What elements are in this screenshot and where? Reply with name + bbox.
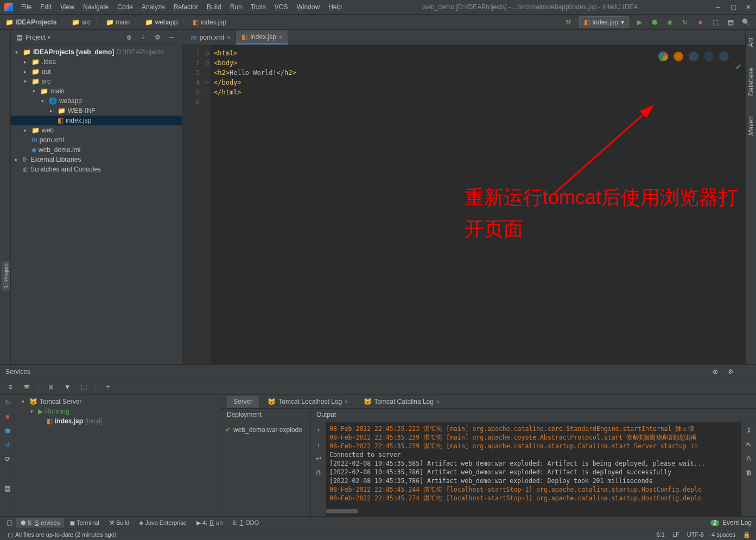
search-everywhere-button[interactable]: 🔍 [741, 17, 751, 27]
out-scroll-top-icon[interactable]: ⇱ [744, 440, 754, 449]
hide-panel-icon[interactable]: ─ [167, 33, 176, 42]
toolwindows-icon[interactable]: ▢ [4, 518, 14, 528]
tab-pom.xml[interactable]: m pom.xml × [186, 30, 236, 45]
out-print-icon[interactable]: ⎙ [314, 468, 323, 478]
svc-group-icon[interactable]: ⊞ [46, 382, 56, 392]
services-tree[interactable]: ▾🐱 Tomcat Server▾▶ Running◧ index.jsp [l… [15, 395, 221, 516]
run-button[interactable]: ▶ [634, 17, 644, 27]
menu-code[interactable]: Code [113, 2, 137, 12]
tool-maven-tab[interactable]: Maven [746, 114, 756, 138]
bottombar-6-todo[interactable]: 6: TODO [228, 518, 263, 528]
project-title[interactable]: Project ▾ [26, 34, 50, 41]
status-UTF8[interactable]: UTF-8 [687, 531, 704, 538]
services-gear-icon[interactable]: ⚙ [726, 367, 735, 377]
crumb-IDEAProjects[interactable]: 📁 IDEAProjects [5, 18, 56, 26]
bottombar-java-enterprise[interactable]: ◈ Java Enterprise [135, 518, 190, 528]
tool-database-tab[interactable]: Database [746, 66, 756, 98]
menu-window[interactable]: Window [293, 2, 323, 12]
chrome-icon[interactable] [658, 52, 668, 61]
tree-item-web[interactable]: ▸📁 web [11, 125, 182, 135]
svc-reload-icon[interactable]: ⟳ [3, 454, 12, 464]
breadcrumb[interactable]: 📁 IDEAProjects〉📁 src〉📁 main〉📁 webapp〉◧ i… [5, 17, 226, 27]
menu-view[interactable]: View [56, 2, 78, 12]
menu-navigate[interactable]: Navigate [79, 2, 112, 12]
tool-ant-tab[interactable]: Ant [746, 35, 756, 49]
run-config-selector[interactable]: ◧ index.jsp ▾ [579, 16, 629, 28]
crumb-webapp[interactable]: 📁 webapp [145, 18, 177, 26]
menu-vcs[interactable]: VCS [271, 2, 292, 12]
tree-item-index-jsp[interactable]: ◧ index.jsp [11, 116, 182, 125]
status-LF[interactable]: LF [672, 531, 679, 538]
menu-help[interactable]: Help [325, 2, 346, 12]
tree-item-ideaprojects-web_demo-[interactable]: ▾📁 IDEAProjects [web_demo] D:\IDEAProjec… [11, 47, 182, 57]
svc-filter-icon[interactable]: ▼ [62, 382, 72, 392]
out-clear-icon[interactable]: 🗑 [744, 468, 754, 478]
firefox-icon[interactable] [674, 52, 683, 61]
bottombar-build[interactable]: ⚒ Build [105, 518, 134, 528]
tree-item-running[interactable]: ▾▶ Running [17, 406, 219, 416]
status-4spaces[interactable]: 4 spaces [711, 531, 735, 538]
services-hide-icon[interactable]: ─ [741, 367, 751, 377]
tree-item-out[interactable]: ▸📁 out [11, 67, 182, 77]
maximize-button[interactable]: ▢ [730, 4, 736, 10]
tree-item-webapp[interactable]: ▾🌐 webapp [11, 96, 182, 106]
tree-item-src[interactable]: ▾📁 src [11, 77, 182, 86]
deployment-item[interactable]: ✔ web_demo:war explode [224, 424, 308, 435]
ie-icon[interactable] [704, 52, 714, 61]
tree-item-scratches-and-consoles[interactable]: ◐ Scratches and Consoles [11, 164, 182, 174]
debug-button[interactable]: ⬢ [650, 17, 659, 27]
svc-refresh-icon[interactable]: ↺ [3, 440, 12, 450]
tree-item-main[interactable]: ▾📁 main [11, 86, 182, 96]
svc-tab-server[interactable]: Server [227, 396, 259, 408]
svc-layout-icon[interactable]: ▤ [3, 484, 12, 493]
minimize-button[interactable]: ─ [715, 4, 721, 10]
tree-item-index-jsp[interactable]: ◧ index.jsp [local] [17, 416, 219, 426]
tree-item-external-libraries[interactable]: ▸⊪ External Libraries [11, 155, 182, 164]
svc-view-icon[interactable]: ⬚ [79, 382, 88, 392]
svc-stop-icon[interactable]: ■ [3, 412, 12, 422]
menu-refactor[interactable]: Refactor [170, 2, 202, 12]
menu-build[interactable]: Build [203, 2, 225, 12]
menu-tools[interactable]: Tools [247, 2, 270, 12]
menu-file[interactable]: File [17, 2, 35, 12]
edge-icon[interactable] [719, 52, 729, 61]
svc-tab-tomcat-catalina-log[interactable]: 🐱 Tomcat Catalina Log × [357, 396, 447, 408]
bottombar-8-services[interactable]: ⬢ 8: Services [16, 518, 64, 528]
tree-item--idea[interactable]: ▸📁 .idea [11, 57, 182, 67]
svc-expand-icon[interactable]: ≡ [5, 382, 15, 392]
svc-tab-tomcat-localhost-log[interactable]: 🐱 Tomcat Localhost Log × [261, 396, 354, 408]
stop-button[interactable]: ■ [695, 17, 705, 27]
structure-button[interactable]: ▤ [726, 17, 735, 27]
output-log[interactable]: 08-Feb-2022 22:45:35.223 淇℃伅 [main] org.… [326, 422, 741, 516]
out-scroll-end-icon[interactable]: ↧ [744, 425, 754, 435]
menu-run[interactable]: Run [226, 2, 246, 12]
update-button[interactable]: ⬚ [710, 17, 720, 27]
safari-icon[interactable] [689, 52, 698, 61]
tree-item-pom-xml[interactable]: m pom.xml [11, 135, 182, 145]
browser-icons[interactable] [658, 52, 729, 61]
status-[interactable]: 🔒 [743, 531, 751, 538]
tab-index.jsp[interactable]: ◧ index.jsp × [236, 30, 288, 45]
close-button[interactable]: ✕ [745, 4, 752, 10]
tree-item-web-inf[interactable]: ▸📁 WEB-INF [11, 106, 182, 116]
coverage-button[interactable]: ◉ [665, 17, 675, 27]
svc-rerun-icon[interactable]: ↻ [3, 398, 12, 408]
crumb-main[interactable]: 📁 main [106, 18, 130, 26]
out-down-icon[interactable]: ↓ [314, 440, 323, 449]
menu-analyze[interactable]: Analyze [138, 2, 169, 12]
out-wrap-icon[interactable]: ↩ [314, 454, 323, 463]
svc-debug-icon[interactable]: ⬢ [3, 426, 12, 436]
svc-collapse-icon[interactable]: ≣ [22, 382, 31, 392]
bottombar-4-run[interactable]: ▶ 4: Run [192, 518, 227, 528]
menu-edit[interactable]: Edit [36, 2, 55, 12]
expand-all-icon[interactable]: ÷ [138, 33, 148, 42]
svc-add-icon[interactable]: ＋ [103, 382, 113, 392]
tree-item-web_demo-iml[interactable]: ◆ web_demo.iml [11, 145, 182, 155]
bottombar-terminal[interactable]: ▣ Terminal [65, 518, 103, 528]
status-61[interactable]: 6:1 [657, 531, 665, 538]
out-print2-icon[interactable]: ⎙ [744, 454, 754, 463]
tab-close-icon[interactable]: × [279, 34, 282, 40]
scrollbar[interactable] [326, 509, 358, 513]
select-opened-icon[interactable]: ⊕ [124, 33, 134, 42]
hammer-icon[interactable]: ⚒ [564, 17, 574, 27]
